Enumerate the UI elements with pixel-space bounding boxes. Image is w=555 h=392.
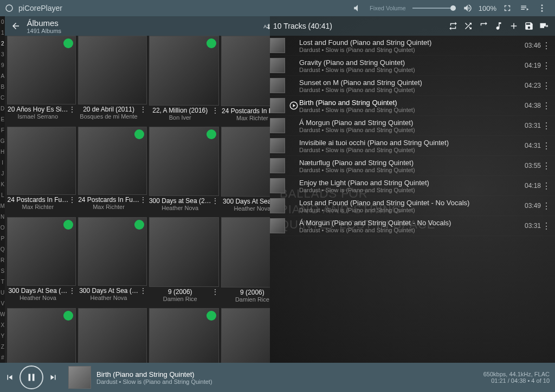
track-row[interactable]: Næturflug (Piano and String Quintet) Dar… bbox=[270, 156, 555, 176]
album-item[interactable]: 22, A Million (2016) Bon Iver ⋮ bbox=[149, 36, 219, 125]
volume-up-icon[interactable] bbox=[461, 2, 474, 15]
album-item[interactable]: A Celtic Romance,… Mychael Danna / Jef… … bbox=[149, 308, 219, 363]
album-menu-icon[interactable]: ⋮ bbox=[68, 287, 76, 295]
album-cover[interactable] bbox=[149, 36, 219, 106]
alpha-D[interactable]: D bbox=[0, 103, 5, 114]
album-item[interactable]: 300 Days At Sea (… Heather Nova ⋮ bbox=[78, 217, 147, 306]
alpha-B[interactable]: B bbox=[0, 81, 5, 92]
alpha-V[interactable]: V bbox=[0, 298, 5, 309]
album-cover[interactable] bbox=[149, 127, 219, 197]
album-menu-icon[interactable]: ⋮ bbox=[139, 287, 147, 295]
alpha-T[interactable]: T bbox=[0, 276, 5, 287]
album-item[interactable]: 9 (2006) Damien Rice ⋮ bbox=[7, 308, 76, 363]
alpha-9[interactable]: 9 bbox=[0, 60, 5, 70]
track-row[interactable]: Sunset on M (Piano and String Quintet) D… bbox=[270, 76, 555, 96]
alpha-M[interactable]: M bbox=[0, 200, 5, 211]
track-menu-icon[interactable]: ⋮ bbox=[541, 81, 552, 91]
album-item[interactable]: 20 Años Hoy Es Si… Ismael Serrano ⋮ bbox=[7, 36, 76, 125]
alpha-O[interactable]: O bbox=[0, 222, 5, 233]
track-menu-icon[interactable]: ⋮ bbox=[541, 101, 552, 111]
repeat-icon[interactable] bbox=[446, 18, 461, 34]
album-menu-icon[interactable]: ⋮ bbox=[68, 106, 76, 113]
album-item[interactable]: 300 Days At Sea (… Heather Nova ⋮ bbox=[7, 217, 76, 306]
album-item[interactable]: 24 Postcards In Fu… Max Richter ⋮ bbox=[78, 127, 147, 215]
consume-icon[interactable] bbox=[476, 18, 491, 34]
alpha-U[interactable]: U bbox=[0, 287, 5, 298]
album-cover[interactable] bbox=[78, 36, 147, 104]
track-menu-icon[interactable]: ⋮ bbox=[541, 181, 552, 191]
album-menu-icon[interactable]: ⋮ bbox=[68, 196, 76, 204]
alpha-Q[interactable]: Q bbox=[0, 244, 5, 254]
play-pause-button[interactable] bbox=[20, 365, 43, 389]
album-cover[interactable] bbox=[78, 308, 147, 363]
album-menu-icon[interactable]: ⋮ bbox=[211, 197, 219, 205]
album-menu-icon[interactable]: ⋮ bbox=[211, 288, 219, 296]
album-cover[interactable] bbox=[7, 308, 76, 363]
alpha-0[interactable]: 0 bbox=[0, 16, 5, 27]
album-cover[interactable] bbox=[149, 308, 219, 363]
alpha-H[interactable]: H bbox=[0, 146, 5, 157]
now-playing-artwork[interactable] bbox=[68, 366, 91, 389]
album-item[interactable]: 9 (2006) Damien Rice ⋮ bbox=[149, 217, 219, 306]
alpha-I[interactable]: I bbox=[0, 157, 5, 168]
album-menu-icon[interactable]: ⋮ bbox=[139, 196, 147, 204]
track-row[interactable]: Gravity (Piano and String Quintet) Dardu… bbox=[270, 56, 555, 76]
alpha-Z[interactable]: Z bbox=[0, 341, 5, 352]
alpha-N[interactable]: N bbox=[0, 211, 5, 222]
album-cover[interactable] bbox=[78, 217, 147, 286]
alpha-F[interactable]: F bbox=[0, 125, 5, 135]
volume-down-icon[interactable] bbox=[351, 2, 364, 15]
alpha-G[interactable]: G bbox=[0, 135, 5, 146]
album-cover[interactable] bbox=[7, 217, 76, 286]
volume-slider[interactable] bbox=[412, 8, 456, 9]
alpha-X[interactable]: X bbox=[0, 319, 5, 330]
track-menu-icon[interactable]: ⋮ bbox=[541, 41, 552, 51]
track-row[interactable]: Invisibile ai tuoi occhi (Piano and Stri… bbox=[270, 136, 555, 156]
prev-button[interactable] bbox=[0, 368, 20, 387]
album-menu-icon[interactable]: ⋮ bbox=[139, 106, 147, 113]
alpha-1[interactable]: 1 bbox=[0, 27, 5, 38]
alpha-R[interactable]: R bbox=[0, 254, 5, 265]
alpha-E[interactable]: E bbox=[0, 114, 5, 125]
alpha-#[interactable]: # bbox=[0, 352, 5, 363]
track-row[interactable]: Birth (Piano and String Quintet) Dardust… bbox=[270, 96, 555, 116]
music-note-icon[interactable] bbox=[491, 18, 506, 34]
album-menu-icon[interactable]: ⋮ bbox=[211, 107, 219, 114]
alpha-C[interactable]: C bbox=[0, 92, 5, 103]
more-icon[interactable] bbox=[535, 2, 548, 15]
alpha-A[interactable]: A bbox=[0, 70, 5, 81]
clear-queue-icon[interactable] bbox=[537, 18, 552, 34]
album-cover[interactable] bbox=[7, 36, 76, 104]
track-menu-icon[interactable]: ⋮ bbox=[541, 61, 552, 71]
alpha-P[interactable]: P bbox=[0, 233, 5, 244]
track-row[interactable]: Á Morgun (Piano and String Quintet) Dard… bbox=[270, 116, 555, 136]
album-item[interactable]: 20 de Abril (2011) Bosques de mi Mente ⋮ bbox=[78, 36, 147, 125]
next-button[interactable] bbox=[43, 368, 63, 387]
track-menu-icon[interactable]: ⋮ bbox=[541, 121, 552, 131]
alpha-S[interactable]: S bbox=[0, 265, 5, 276]
add-icon[interactable] bbox=[506, 18, 521, 34]
shuffle-icon[interactable] bbox=[461, 18, 476, 34]
alpha-Y[interactable]: Y bbox=[0, 330, 5, 341]
alpha-K[interactable]: K bbox=[0, 179, 5, 190]
alpha-2[interactable]: 2 bbox=[0, 38, 5, 49]
alpha-J[interactable]: J bbox=[0, 168, 5, 179]
alpha-L[interactable]: L bbox=[0, 190, 5, 200]
track-menu-icon[interactable]: ⋮ bbox=[541, 221, 552, 231]
track-menu-icon[interactable]: ⋮ bbox=[541, 141, 552, 151]
alpha-3[interactable]: 3 bbox=[0, 49, 5, 60]
track-menu-icon[interactable]: ⋮ bbox=[541, 161, 552, 171]
track-row[interactable]: Lost and Found (Piano and String Quintet… bbox=[270, 196, 555, 216]
track-row[interactable]: Lost and Found (Piano and String Quintet… bbox=[270, 36, 555, 56]
alpha-W[interactable]: W bbox=[0, 309, 5, 319]
album-cover[interactable] bbox=[78, 127, 147, 195]
album-item[interactable]: A Blessing of Tear… Robert Fripp ⋮ bbox=[78, 308, 147, 363]
album-cover[interactable] bbox=[7, 127, 76, 195]
back-button[interactable] bbox=[8, 18, 23, 34]
track-row[interactable]: Enjoy the Light (Piano and String Quinte… bbox=[270, 176, 555, 196]
fullscreen-icon[interactable] bbox=[501, 2, 514, 15]
album-item[interactable]: 300 Days at Sea (2… Heather Nova ⋮ bbox=[149, 127, 219, 215]
album-item[interactable]: 24 Postcards In Fu… Max Richter ⋮ bbox=[7, 127, 76, 215]
track-row[interactable]: Á Morgun (Piano and String Quintet - No … bbox=[270, 216, 555, 236]
save-icon[interactable] bbox=[521, 18, 537, 34]
